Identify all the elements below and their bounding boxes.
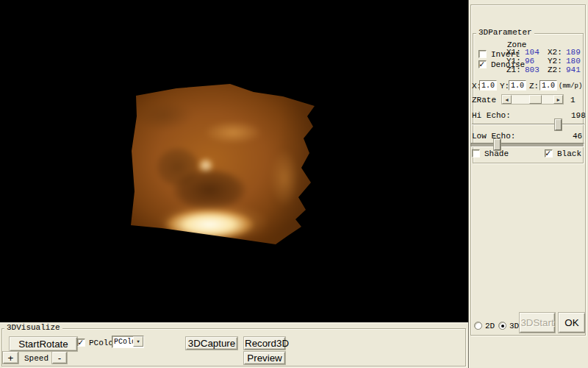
- zone-x1-value: 104: [525, 49, 548, 57]
- low-echo-slider[interactable]: [470, 143, 584, 147]
- zone-z2-label: Z2:: [548, 66, 566, 74]
- speed-label: Speed: [24, 354, 49, 363]
- zrate-right-arrow-icon[interactable]: ►: [553, 95, 563, 104]
- radio-2d[interactable]: [474, 322, 482, 330]
- zone-z2-value: 941: [566, 66, 583, 74]
- pcolor-checkbox[interactable]: [77, 339, 85, 347]
- zone-x2-value: 189: [566, 49, 583, 57]
- zone-y1-label: Y1:: [506, 57, 525, 66]
- scale-unit-label: (mm/p): [559, 82, 582, 91]
- hi-echo-thumb[interactable]: [555, 119, 562, 130]
- zone-y1-value: 96: [525, 57, 548, 66]
- black-checkbox[interactable]: [545, 149, 553, 158]
- low-echo-thumb[interactable]: [494, 139, 501, 150]
- denoise-checkbox[interactable]: [478, 60, 487, 68]
- scale-z-label: Z:: [529, 82, 539, 91]
- dropdown-arrow-icon[interactable]: ▼: [133, 336, 143, 347]
- pcolor-dropdown[interactable]: PColor ▼: [112, 336, 144, 348]
- hi-echo-slider[interactable]: [472, 124, 584, 125]
- zone-values: X1: 104 X2: 189 Y1: 96 Y2: 180 Z1: 803 Z…: [506, 49, 583, 74]
- record3d-button[interactable]: Record3D: [244, 337, 285, 350]
- zrate-scrollbar[interactable]: ◄ ►: [501, 94, 564, 105]
- scale-z-input[interactable]: [539, 80, 557, 91]
- hi-echo-label: Hi Echo:: [472, 111, 511, 120]
- start-rotate-button[interactable]: StartRotate: [10, 337, 77, 351]
- shade-checkbox[interactable]: [472, 149, 480, 158]
- shade-label: Shade: [484, 149, 509, 158]
- zrate-value: 1: [570, 96, 576, 105]
- parameter-group-title: 3DParameter: [476, 29, 534, 37]
- zrate-thumb[interactable]: [529, 95, 542, 104]
- zone-z1-value: 803: [525, 66, 548, 74]
- low-echo-value: 46: [573, 132, 582, 141]
- zone-y2-label: Y2:: [548, 57, 566, 66]
- radio-2d-label: 2D: [485, 322, 495, 330]
- 3dcapture-button[interactable]: 3DCapture: [186, 337, 237, 350]
- zone-x1-label: X1:: [506, 49, 525, 57]
- scale-y-input[interactable]: [509, 80, 526, 91]
- ok-button[interactable]: OK: [559, 313, 585, 333]
- zone-x2-label: X2:: [548, 49, 566, 57]
- radio-3d-label: 3D: [509, 322, 519, 330]
- ultrasound-texture: [119, 75, 323, 256]
- 3dstart-button[interactable]: 3DStart: [520, 313, 555, 333]
- control-panel: 3DParameter Invert Denoise Zone X1: 104 …: [468, 0, 588, 368]
- zrate-label: ZRate: [472, 96, 496, 105]
- radio-3d[interactable]: [498, 322, 506, 330]
- preview-button[interactable]: Preview: [244, 352, 285, 364]
- hi-echo-value: 198: [571, 111, 586, 120]
- invert-checkbox[interactable]: [478, 50, 487, 58]
- speed-plus-button[interactable]: +: [3, 352, 18, 364]
- zrate-left-arrow-icon[interactable]: ◄: [502, 95, 512, 104]
- zone-y2-value: 180: [566, 57, 583, 66]
- ultrasound-volume-render: [125, 81, 318, 250]
- 3d-viewport[interactable]: [0, 0, 468, 322]
- zone-z1-label: Z1:: [506, 66, 525, 74]
- black-label: Black: [557, 149, 581, 158]
- visualize-group-title: 3DVisualize: [4, 324, 62, 332]
- scale-x-input[interactable]: [479, 80, 497, 91]
- visualize-bar: 3DVisualize StartRotate + Speed - PColor…: [0, 322, 468, 368]
- speed-minus-button[interactable]: -: [52, 352, 67, 364]
